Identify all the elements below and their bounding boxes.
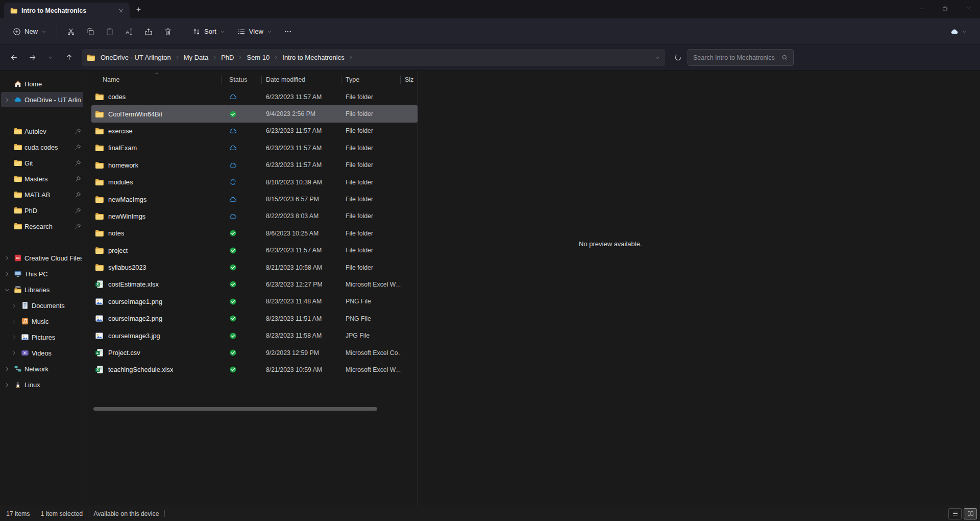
column-header-status[interactable]: Status bbox=[222, 71, 262, 88]
file-date-modified: 6/23/2023 12:27 PM bbox=[262, 281, 341, 288]
file-row[interactable]: codes6/23/2023 11:57 AMFile folder bbox=[91, 88, 418, 105]
sidebar-item-research[interactable]: Research bbox=[1, 219, 83, 234]
chevron-down-icon[interactable] bbox=[2, 287, 11, 293]
file-row[interactable]: homework6/23/2023 11:57 AMFile folder bbox=[91, 157, 418, 174]
view-button[interactable]: View bbox=[232, 22, 278, 41]
sidebar-item-music[interactable]: Music bbox=[8, 314, 83, 329]
sidebar-item-onedrive-ut-arlin[interactable]: OneDrive - UT Arlin bbox=[1, 92, 83, 107]
breadcrumb-item[interactable]: OneDrive - UT Arlington bbox=[97, 52, 175, 63]
chevron-right-icon[interactable] bbox=[349, 55, 353, 60]
file-row[interactable]: exercise6/23/2023 11:57 AMFile folder bbox=[91, 123, 418, 139]
file-row[interactable]: notes8/6/2023 10:25 AMFile folder bbox=[91, 225, 418, 242]
file-row[interactable]: project6/23/2023 11:57 AMFile folder bbox=[91, 242, 418, 259]
search-box[interactable] bbox=[688, 49, 794, 66]
explorer-tab[interactable]: Intro to Mechatronics bbox=[4, 3, 130, 18]
large-thumbnails-view-button[interactable] bbox=[964, 508, 977, 519]
sidebar-item-videos[interactable]: Videos bbox=[8, 345, 83, 361]
sidebar-item-matlab[interactable]: MATLAB bbox=[1, 187, 83, 202]
sidebar-item-home[interactable]: Home bbox=[1, 76, 83, 91]
sidebar-item-network[interactable]: Network bbox=[1, 361, 83, 376]
sidebar-item-git[interactable]: Git bbox=[1, 155, 83, 171]
onedrive-status-button[interactable] bbox=[945, 22, 973, 41]
chevron-right-icon[interactable] bbox=[2, 366, 11, 372]
chevron-down-icon bbox=[962, 29, 967, 34]
chevron-right-icon[interactable] bbox=[9, 303, 18, 309]
share-button[interactable] bbox=[139, 22, 158, 41]
column-header-siz[interactable]: Siz bbox=[401, 71, 418, 88]
delete-button[interactable] bbox=[159, 22, 177, 41]
horizontal-scrollbar[interactable] bbox=[93, 407, 412, 411]
up-button[interactable] bbox=[60, 50, 78, 66]
maximize-button[interactable] bbox=[933, 0, 957, 18]
column-header-date-modified[interactable]: Date modified bbox=[262, 71, 341, 88]
chevron-right-icon[interactable] bbox=[274, 55, 278, 60]
chevron-right-icon[interactable] bbox=[175, 55, 180, 60]
cut-icon bbox=[67, 28, 75, 36]
chevron-right-icon[interactable] bbox=[2, 255, 11, 261]
chevron-right-icon[interactable] bbox=[2, 382, 11, 388]
file-row[interactable]: a,Project.csv9/2/2023 12:59 PMMicrosoft … bbox=[91, 344, 418, 361]
paste-button[interactable] bbox=[101, 22, 119, 41]
tab-close-icon[interactable] bbox=[115, 5, 127, 16]
chevron-right-icon[interactable] bbox=[9, 335, 18, 340]
folder-icon bbox=[95, 263, 104, 272]
file-row[interactable]: newWinImgs8/22/2023 8:03 AMFile folder bbox=[91, 208, 418, 225]
rename-button[interactable]: A bbox=[120, 22, 138, 41]
breadcrumb-item[interactable]: PhD bbox=[217, 52, 237, 63]
cloud-status-icon bbox=[229, 127, 237, 135]
sidebar-item-masters[interactable]: Masters bbox=[1, 171, 83, 186]
file-row[interactable]: courseImage3.jpg8/23/2023 11:58 AMJPG Fi… bbox=[91, 327, 418, 344]
breadcrumb-item[interactable]: Intro to Mechatronics bbox=[279, 52, 348, 63]
sidebar-item-cuda-codes[interactable]: cuda codes bbox=[1, 139, 83, 155]
back-button[interactable] bbox=[5, 50, 22, 66]
scrollbar-thumb[interactable] bbox=[93, 407, 377, 411]
column-header-name[interactable]: Name bbox=[91, 71, 222, 88]
chevron-right-icon[interactable] bbox=[9, 319, 18, 324]
recent-locations-button[interactable] bbox=[42, 50, 59, 66]
file-row[interactable]: modules8/10/2023 10:39 AMFile folder bbox=[91, 174, 418, 191]
chevron-right-icon[interactable] bbox=[2, 97, 11, 103]
sidebar-item-pictures[interactable]: Pictures bbox=[8, 329, 83, 345]
file-name: notes bbox=[108, 229, 124, 237]
sidebar-item-autolev[interactable]: Autolev bbox=[1, 124, 83, 139]
breadcrumb-item[interactable]: My Data bbox=[180, 52, 212, 63]
sidebar-item-documents[interactable]: Documents bbox=[8, 298, 83, 313]
file-row[interactable]: courseImage1.png8/23/2023 11:48 AMPNG Fi… bbox=[91, 293, 418, 310]
sidebar-item-phd[interactable]: PhD bbox=[1, 203, 83, 218]
location-folder-icon bbox=[87, 54, 95, 62]
minimize-button[interactable] bbox=[910, 0, 933, 18]
see-more-button[interactable] bbox=[279, 22, 297, 41]
sidebar-item-linux[interactable]: Linux bbox=[1, 377, 83, 392]
sidebar-item-creative-cloud-files[interactable]: CcCreative Cloud Files bbox=[1, 250, 83, 266]
new-button[interactable]: New bbox=[7, 22, 52, 41]
chevron-right-icon[interactable] bbox=[238, 55, 242, 60]
copy-button[interactable] bbox=[81, 22, 100, 41]
file-row[interactable]: XcostEstimate.xlsx6/23/2023 12:27 PMMicr… bbox=[91, 276, 418, 293]
column-header-type[interactable]: Type bbox=[341, 71, 401, 88]
chevron-right-icon[interactable] bbox=[9, 350, 18, 356]
file-row[interactable]: finalExam6/23/2023 11:57 AMFile folder bbox=[91, 139, 418, 156]
cut-button[interactable] bbox=[62, 22, 80, 41]
close-button[interactable] bbox=[957, 0, 980, 18]
file-row[interactable]: XteachingSchedule.xlsx8/21/2023 10:59 AM… bbox=[91, 361, 418, 378]
sort-button[interactable]: Sort bbox=[187, 22, 231, 41]
file-row[interactable]: courseImage2.png8/23/2023 11:51 AMPNG Fi… bbox=[91, 310, 418, 327]
file-row[interactable]: CoolTermWin64Bit9/4/2023 2:56 PMFile fol… bbox=[91, 105, 418, 122]
file-row[interactable]: syllabus20238/21/2023 10:58 AMFile folde… bbox=[91, 259, 418, 276]
breadcrumb-item[interactable]: Sem 10 bbox=[243, 52, 273, 63]
chevron-right-icon[interactable] bbox=[212, 55, 217, 60]
chevron-right-icon[interactable] bbox=[2, 271, 11, 277]
chevron-down-icon bbox=[267, 29, 272, 34]
search-input[interactable] bbox=[693, 54, 777, 61]
details-view-button[interactable] bbox=[948, 508, 962, 519]
refresh-button[interactable] bbox=[669, 50, 687, 66]
new-tab-button[interactable] bbox=[130, 2, 147, 17]
sidebar-item-label: OneDrive - UT Arlin bbox=[24, 96, 82, 104]
file-row[interactable]: newMacImgs8/15/2023 6:57 PMFile folder bbox=[91, 191, 418, 207]
breadcrumb-bar[interactable]: OneDrive - UT ArlingtonMy DataPhDSem 10I… bbox=[82, 49, 665, 66]
forward-button[interactable] bbox=[23, 50, 41, 66]
address-history-icon[interactable] bbox=[655, 55, 660, 60]
sidebar-item-this-pc[interactable]: This PC bbox=[1, 266, 83, 281]
sidebar-item-libraries[interactable]: Libraries bbox=[1, 282, 83, 297]
file-type: File folder bbox=[341, 110, 401, 117]
